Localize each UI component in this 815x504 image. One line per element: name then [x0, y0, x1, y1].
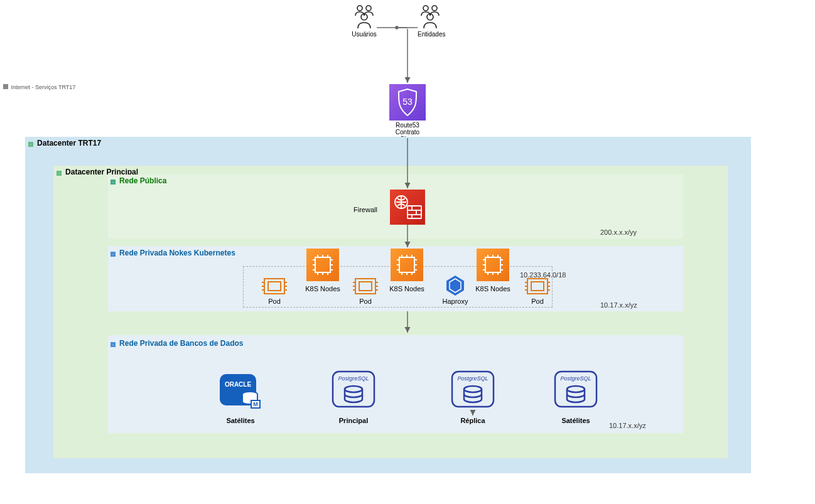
collapse-icon[interactable]: - [28, 142, 33, 147]
collapse-icon[interactable]: - [111, 342, 116, 347]
rede-publica-title-row: - Rede Pública [111, 176, 166, 185]
k8s-node-1 [306, 249, 339, 282]
postgresql-icon: PostgreSQL [554, 370, 598, 410]
rede-db-cidr: 10.17.x.x/yz [609, 422, 646, 429]
pg-satelites-node: PostgreSQL [554, 370, 598, 412]
pg-principal-label: Principal [328, 417, 379, 424]
oracle-icon: ORACLE M [220, 374, 261, 409]
svg-point-4 [432, 6, 437, 11]
chip-icon [353, 276, 378, 296]
svg-rect-73 [527, 279, 548, 294]
svg-rect-66 [359, 282, 372, 291]
usuarios-label: Usuários [352, 31, 377, 38]
diagram-tab-label: Internet - Serviços TRT17 [3, 84, 75, 90]
collapse-icon[interactable]: - [111, 180, 116, 185]
postgresql-icon: PostgreSQL [332, 370, 375, 410]
svg-point-99 [396, 26, 398, 29]
svg-point-93 [464, 386, 482, 392]
k8s-node-2 [391, 249, 423, 282]
chip-icon [525, 276, 550, 296]
collapse-icon[interactable]: - [111, 252, 116, 257]
svg-text:PostgreSQL: PostgreSQL [560, 375, 591, 382]
rede-k8s-title-row: - Rede Privada Nokes Kubernetes [111, 249, 235, 257]
svg-text:ORACLE: ORACLE [225, 381, 252, 388]
oracle-db-node: ORACLE M [220, 374, 261, 410]
route53-badge-text: 53 [402, 97, 413, 107]
pg-satelites-label: Satélites [551, 417, 601, 424]
svg-point-90 [345, 386, 362, 392]
rede-db-title: Rede Privada de Bancos de Dados [119, 339, 243, 348]
tab-label-text: Internet - Serviços TRT17 [11, 84, 76, 90]
haproxy-label: Haproxy [438, 298, 472, 305]
route53-icon: 53 [389, 84, 426, 121]
pod-2 [353, 276, 378, 298]
svg-rect-43 [477, 249, 509, 281]
svg-text:M: M [253, 401, 258, 407]
pod-1-label: Pod [264, 298, 285, 305]
svg-point-3 [423, 6, 428, 11]
rede-publica-cidr: 200.x.x.x/yy [600, 228, 637, 236]
svg-point-0 [357, 6, 362, 11]
pod-1 [262, 276, 287, 298]
svg-rect-74 [531, 282, 544, 291]
svg-text:PostgreSQL: PostgreSQL [457, 375, 488, 382]
k8s-node-3 [477, 249, 509, 282]
pod-3 [525, 276, 550, 298]
ec2-icon [391, 249, 423, 281]
pg-replica-node: PostgreSQL [451, 370, 495, 412]
users-icon [352, 3, 377, 29]
entidades-label: Entidades [418, 31, 443, 38]
haproxy-node [445, 275, 466, 298]
svg-rect-58 [268, 282, 281, 291]
chip-icon [262, 276, 287, 296]
datacenter-trt17-title: Datacenter TRT17 [37, 139, 101, 147]
k8s-node-2-label: K8S Nodes [384, 285, 429, 292]
k8s-node-3-label: K8S Nodes [470, 285, 515, 292]
svg-point-1 [366, 6, 371, 11]
svg-rect-29 [391, 249, 423, 281]
route53-node: 53 Route53 Contrato Claro [389, 84, 426, 142]
pod-3-label: Pod [527, 298, 548, 305]
svg-rect-15 [306, 249, 339, 281]
k8s-node-1-label: K8S Nodes [300, 285, 345, 292]
entidades-node: Entidades [418, 3, 443, 38]
postgresql-icon: PostgreSQL [451, 370, 495, 410]
pg-replica-label: Réplica [448, 417, 498, 424]
route53-label1: Route53 [389, 122, 426, 129]
pg-principal-node: PostgreSQL [332, 370, 375, 412]
firewall-node [390, 190, 425, 226]
pod-2-label: Pod [355, 298, 376, 305]
svg-point-96 [567, 386, 585, 392]
firewall-label: Firewall [354, 206, 377, 213]
svg-rect-65 [355, 279, 375, 294]
oracle-db-label: Satélites [217, 417, 264, 424]
rede-publica-title: Rede Pública [119, 176, 166, 185]
usuarios-node: Usuários [352, 3, 377, 38]
ec2-icon [477, 249, 509, 281]
svg-rect-57 [264, 279, 284, 294]
firewall-icon [390, 190, 425, 225]
datacenter-trt17-title-row: - Datacenter TRT17 [28, 139, 101, 147]
rede-db-title-row: - Rede Privada de Bancos de Dados [111, 339, 243, 348]
ec2-icon [306, 249, 339, 281]
collapse-icon[interactable]: - [57, 171, 62, 176]
users-icon [418, 3, 443, 29]
rede-k8s-title: Rede Privada Nokes Kubernetes [119, 249, 235, 257]
haproxy-icon [445, 275, 466, 296]
svg-text:PostgreSQL: PostgreSQL [338, 375, 369, 382]
rede-k8s-nodes-cidr: 10.17.x.x/yz [600, 301, 637, 309]
